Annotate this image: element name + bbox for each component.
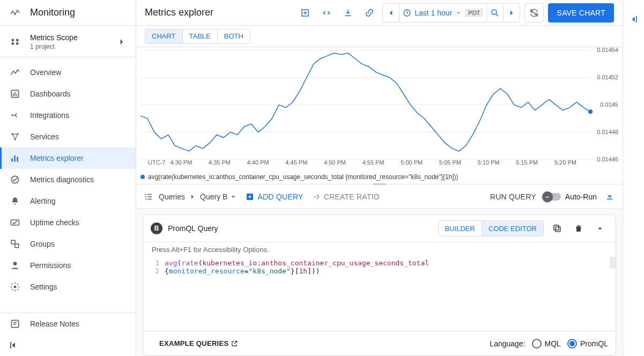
create-ratio-button: CREATE RATIO xyxy=(312,192,380,201)
chevron-right-icon xyxy=(188,192,197,201)
view-api-button[interactable] xyxy=(318,4,335,21)
timezone-badge: PDT xyxy=(465,9,483,17)
query-selector[interactable]: Query B xyxy=(200,192,237,201)
sidebar-item-metrics-diagnostics[interactable]: Metrics diagnostics xyxy=(0,169,136,190)
language-promql-radio[interactable]: PromQL xyxy=(567,339,608,348)
time-zoom-button[interactable] xyxy=(487,4,503,22)
run-query-button[interactable]: RUN QUERY xyxy=(490,192,536,201)
queries-list-icon[interactable] xyxy=(144,192,153,202)
sidebar-item-uptime-checks[interactable]: Uptime checks xyxy=(0,212,136,233)
metrics-scope-selector[interactable]: Metrics Scope 1 project xyxy=(0,26,136,57)
svg-rect-9 xyxy=(14,155,16,162)
nav-icon xyxy=(9,216,21,229)
sidebar-item-integrations[interactable]: Integrations xyxy=(0,105,136,126)
copy-button[interactable] xyxy=(549,220,565,236)
nav-icon xyxy=(9,280,21,293)
query-badge: B xyxy=(151,222,162,234)
svg-point-7 xyxy=(14,138,16,140)
y-tick-label: 0.0145 xyxy=(600,101,618,108)
download-button[interactable] xyxy=(339,4,357,21)
x-axis: UTC-74:30 PM4:35 PM4:40 PM4:45 PM4:50 PM… xyxy=(140,159,593,169)
x-tick-label: 5:20 PM xyxy=(554,159,576,166)
sidebar-item-dashboards[interactable]: Dashboards xyxy=(0,83,136,105)
line-number: 2 xyxy=(143,267,165,275)
resize-handle[interactable] xyxy=(372,182,387,186)
sidebar-item-services[interactable]: Services xyxy=(0,126,136,147)
auto-run-label: Auto-Run xyxy=(565,192,597,201)
sidebar-item-release-notes[interactable]: Release Notes xyxy=(0,313,136,335)
x-tick-label: 4:40 PM xyxy=(247,159,269,166)
topbar: Metrics explorer Last 1 hour xyxy=(136,0,623,26)
sidebar-item-metrics-explorer[interactable]: Metrics explorer xyxy=(0,147,136,169)
content: Metrics explorer Last 1 hour xyxy=(136,0,623,356)
query-breadcrumb: Queries Query B xyxy=(159,192,237,201)
line-number: 1 xyxy=(143,259,165,267)
chart-legend[interactable]: avg(rate(kubernetes_io:anthos_container_… xyxy=(140,173,458,181)
editor-mode-toggle: BUILDER CODE EDITOR xyxy=(438,220,544,236)
example-queries-link[interactable]: EXAMPLE QUERIES xyxy=(159,339,238,347)
collapse-card-button[interactable] xyxy=(592,220,608,236)
query-bar: Queries Query B ADD QUERY CREATE RATIO R… xyxy=(136,184,623,209)
svg-point-16 xyxy=(14,286,17,288)
sidebar: Monitoring Metrics Scope 1 project Overv… xyxy=(0,0,136,356)
nav-label: Integrations xyxy=(30,111,69,120)
auto-refresh-toggle[interactable] xyxy=(524,3,544,23)
sidebar-item-overview[interactable]: Overview xyxy=(0,62,136,83)
sidebar-item-groups[interactable]: Groups xyxy=(0,233,136,255)
nav-icon xyxy=(9,238,21,250)
share-link-button[interactable] xyxy=(361,4,378,21)
x-tick-label: 4:35 PM xyxy=(209,159,231,166)
nav-label: Alerting xyxy=(30,197,55,205)
legend-text: avg(rate(kubernetes_io:anthos_container_… xyxy=(148,173,458,181)
auto-refresh-off-icon xyxy=(529,8,539,18)
view-tabs-row: CHARTTABLEBOTH xyxy=(136,26,623,47)
query-card: B PromQL Query BUILDER CODE EDITOR xyxy=(143,214,616,356)
expand-right-panel-button[interactable] xyxy=(628,14,639,25)
auto-run-toggle[interactable]: – xyxy=(544,193,561,201)
svg-point-32 xyxy=(145,196,146,197)
tab-both[interactable]: BOTH xyxy=(217,29,250,43)
time-prev-button[interactable] xyxy=(383,4,399,22)
nav-icon xyxy=(9,195,21,207)
sidebar-footer: Release Notes xyxy=(0,313,136,356)
svg-rect-41 xyxy=(636,16,637,23)
scope-title: Metrics Scope xyxy=(30,33,116,42)
time-range-selector[interactable]: Last 1 hour PDT xyxy=(399,4,486,22)
x-tick-label: 4:55 PM xyxy=(362,159,384,166)
delete-button[interactable] xyxy=(571,220,587,236)
y-tick-label: 0.01446 xyxy=(597,156,618,162)
sidebar-item-permissions[interactable]: Permissions xyxy=(0,255,136,276)
view-tabs: CHARTTABLEBOTH xyxy=(145,29,250,44)
promql-editor[interactable]: 1avg(rate(kubernetes_io:anthos_container… xyxy=(143,257,616,331)
collapse-sidebar-button[interactable] xyxy=(0,335,136,356)
sidebar-item-alerting[interactable]: Alerting xyxy=(0,190,136,212)
code-content: {monitored_resource="k8s_node"}[1h])) xyxy=(165,267,320,275)
language-label: Language: xyxy=(490,339,525,348)
svg-rect-39 xyxy=(556,227,560,232)
language-mql-radio[interactable]: MQL xyxy=(532,339,561,348)
tab-table[interactable]: TABLE xyxy=(182,29,217,43)
svg-line-23 xyxy=(497,14,499,16)
nav-label: Metrics diagnostics xyxy=(30,175,94,184)
scope-icon xyxy=(9,35,21,48)
builder-button[interactable]: BUILDER xyxy=(439,221,482,236)
chart-area[interactable]: 0.014460.014480.01450.014520.01454 UTC-7… xyxy=(136,47,623,184)
legend-marker xyxy=(140,175,145,179)
add-to-dashboard-button[interactable] xyxy=(297,4,314,21)
time-range-label: Last 1 hour xyxy=(414,9,452,17)
tab-chart[interactable]: CHART xyxy=(145,29,182,43)
x-tick-label: 4:30 PM xyxy=(170,159,192,166)
sidebar-item-settings[interactable]: Settings xyxy=(0,276,136,298)
query-card-footer: EXAMPLE QUERIES Language: MQL PromQL xyxy=(143,331,616,355)
sidebar-header: Monitoring xyxy=(0,0,136,26)
save-chart-button[interactable]: SAVE CHART xyxy=(548,3,614,23)
collapse-query-button[interactable] xyxy=(604,191,615,202)
y-tick-label: 0.01448 xyxy=(597,129,618,135)
svg-point-31 xyxy=(145,194,146,195)
external-link-icon xyxy=(231,340,238,347)
nav: OverviewDashboardsIntegrationsServicesMe… xyxy=(0,57,136,313)
time-next-button[interactable] xyxy=(504,4,520,22)
add-query-button[interactable]: ADD QUERY xyxy=(246,192,303,201)
code-content: avg(rate(kubernetes_io:anthos_container_… xyxy=(165,259,429,267)
code-editor-button[interactable]: CODE EDITOR xyxy=(482,221,543,236)
